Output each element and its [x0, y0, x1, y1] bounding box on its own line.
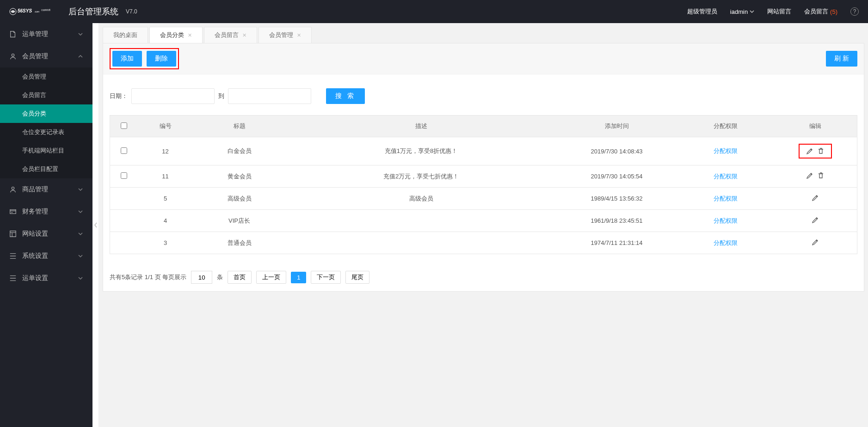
user-dropdown[interactable]: iadmin	[730, 8, 754, 15]
table-row: 11 黄金会员 充值2万元，享受七折优惠！ 2019/7/30 14:05:54…	[110, 165, 857, 188]
tab-label: 会员留言	[215, 31, 239, 39]
sidebar-item[interactable]: 商品管理	[0, 178, 92, 201]
delete-button[interactable]: 删除	[147, 51, 176, 67]
edit-icon[interactable]	[812, 216, 819, 224]
row-checkbox-cell	[110, 210, 138, 232]
submenu-item[interactable]: 会员留言	[0, 86, 92, 104]
sidebar-item[interactable]: 运单设置	[0, 267, 92, 289]
delete-icon[interactable]	[817, 147, 825, 155]
search-bar: 日期： 到 搜 索	[103, 74, 864, 115]
row-title: 黄金会员	[193, 165, 286, 188]
sidebar-item[interactable]: 运单管理	[0, 23, 92, 45]
role-label: 超级管理员	[687, 7, 717, 16]
date-to-input[interactable]	[228, 88, 311, 104]
row-desc: 充值1万元，享受8折优惠！	[286, 137, 557, 165]
toolbar-left-highlight: 添加 删除	[110, 48, 179, 69]
submenu-item[interactable]: 手机端网站栏目	[0, 141, 92, 160]
row-edit	[774, 232, 857, 254]
row-checkbox[interactable]	[121, 147, 127, 154]
close-icon[interactable]: ✕	[297, 32, 301, 38]
header-right: 超级管理员 iadmin 网站留言 会员留言 (5) ?	[687, 7, 859, 16]
sidebar-item[interactable]: 网站设置	[0, 223, 92, 245]
assign-perm-link[interactable]: 分配权限	[714, 173, 738, 180]
member-messages-link[interactable]: 会员留言 (5)	[804, 7, 837, 16]
close-icon[interactable]: ✕	[242, 32, 246, 38]
row-time: 2019/7/30 14:08:43	[557, 137, 677, 165]
delete-icon[interactable]	[817, 172, 825, 179]
row-title: VIP店长	[193, 210, 286, 232]
table-row: 3 普通会员 1974/7/11 21:31:14 分配权限	[110, 232, 857, 254]
tab[interactable]: 我的桌面	[103, 27, 148, 43]
sidebar-item[interactable]: 会员管理	[0, 45, 92, 67]
sidebar-item[interactable]: 财务管理	[0, 201, 92, 223]
chevron-down-icon	[78, 31, 83, 37]
header-checkbox-cell	[110, 116, 138, 137]
row-checkbox-cell	[110, 165, 138, 188]
money-icon	[9, 208, 17, 215]
assign-perm-link[interactable]: 分配权限	[714, 239, 738, 246]
main-area: 我的桌面会员分类✕会员留言✕会员管理✕ 添加 删除 刷 新 日期： 到	[99, 23, 868, 427]
tab-label: 会员分类	[160, 31, 184, 39]
edit-highlight	[799, 144, 832, 159]
list-icon	[9, 274, 17, 282]
row-perm: 分配权限	[677, 165, 774, 188]
layout-icon	[9, 230, 17, 238]
row-desc	[286, 232, 557, 254]
row-time: 2019/7/30 14:05:54	[557, 165, 677, 188]
add-button[interactable]: 添加	[112, 51, 142, 67]
assign-perm-link[interactable]: 分配权限	[714, 195, 738, 202]
row-edit	[774, 188, 857, 210]
doc-icon	[9, 30, 17, 38]
table-row: 5 高级会员 高级会员 1989/4/15 13:56:32 分配权限	[110, 188, 857, 210]
assign-perm-link[interactable]: 分配权限	[714, 217, 738, 224]
row-id: 4	[138, 210, 193, 232]
sidebar-item-label: 运单管理	[22, 30, 78, 38]
edit-icon[interactable]	[812, 238, 819, 246]
site-messages-link[interactable]: 网站留言	[767, 7, 791, 16]
row-id: 12	[138, 137, 193, 165]
sidebar: 运单管理 会员管理 会员管理会员留言会员分类仓位变更记录表手机端网站栏目会员栏目…	[0, 23, 92, 427]
row-time: 1974/7/11 21:31:14	[557, 232, 677, 254]
table-wrap: 编号 标题 描述 添加时间 分配权限 编辑 12 白金会员 充值1万元，享受8折…	[103, 115, 864, 263]
edit-icon[interactable]	[806, 172, 813, 179]
header-id: 编号	[138, 116, 193, 137]
search-button[interactable]: 搜 索	[326, 88, 365, 104]
pagination-unit: 条	[217, 273, 223, 281]
svg-text:56SYS: 56SYS	[18, 8, 32, 13]
sidebar-item-label: 商品管理	[22, 185, 78, 194]
refresh-button[interactable]: 刷 新	[826, 51, 857, 67]
sidebar-collapse-handle[interactable]	[92, 23, 99, 427]
header-perm: 分配权限	[677, 116, 774, 137]
close-icon[interactable]: ✕	[188, 32, 192, 38]
prev-page-button[interactable]: 上一页	[256, 271, 286, 284]
submenu-item[interactable]: 仓位变更记录表	[0, 123, 92, 141]
tab[interactable]: 会员管理✕	[259, 27, 312, 43]
chevron-left-icon	[93, 222, 98, 228]
edit-icon[interactable]	[812, 194, 819, 201]
row-title: 普通会员	[193, 232, 286, 254]
first-page-button[interactable]: 首页	[228, 271, 252, 284]
row-desc: 充值2万元，享受七折优惠！	[286, 165, 557, 188]
chevron-up-icon	[78, 54, 83, 59]
row-desc	[286, 210, 557, 232]
tab[interactable]: 会员分类✕	[149, 27, 203, 43]
submenu-item[interactable]: 会员栏目配置	[0, 160, 92, 178]
chevron-down-icon	[78, 275, 83, 281]
last-page-button[interactable]: 尾页	[345, 271, 369, 284]
submenu-item[interactable]: 会员管理	[0, 67, 92, 86]
edit-icon[interactable]	[806, 147, 813, 155]
logo-area: 56SYS .com 全国物流通 后台管理系统 V7.0	[9, 6, 137, 17]
assign-perm-link[interactable]: 分配权限	[714, 147, 738, 154]
select-all-checkbox[interactable]	[121, 122, 127, 129]
submenu-item[interactable]: 会员分类	[0, 104, 92, 123]
per-page-input[interactable]	[191, 271, 212, 284]
row-checkbox[interactable]	[121, 172, 127, 179]
date-from-input[interactable]	[131, 88, 215, 104]
version-label: V7.0	[126, 8, 137, 15]
help-icon[interactable]: ?	[850, 7, 859, 16]
sidebar-item[interactable]: 系统设置	[0, 245, 92, 267]
next-page-button[interactable]: 下一页	[311, 271, 341, 284]
tab[interactable]: 会员留言✕	[204, 27, 257, 43]
page-1-button[interactable]: 1	[291, 272, 306, 283]
chevron-down-icon	[78, 209, 83, 214]
